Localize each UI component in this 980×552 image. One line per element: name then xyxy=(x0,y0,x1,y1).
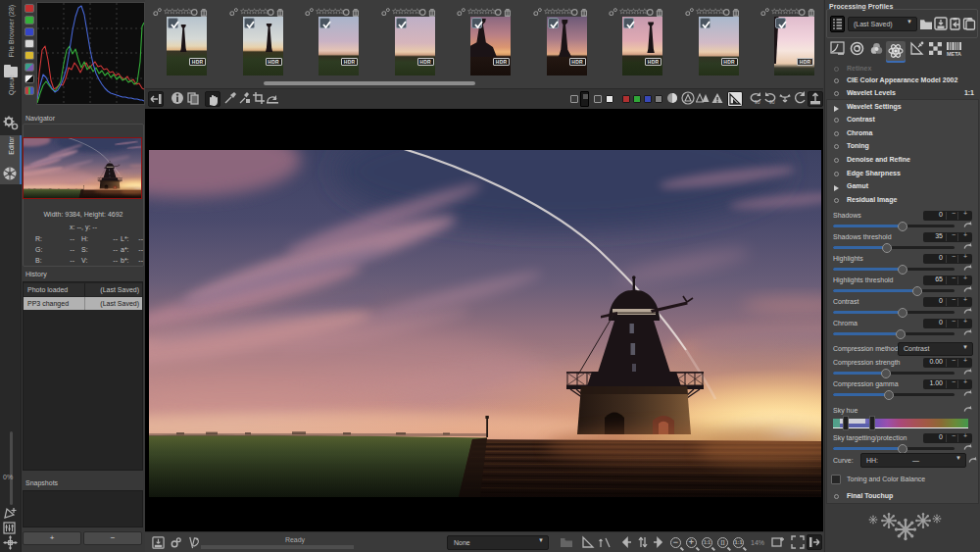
svg-text:META: META xyxy=(947,51,961,57)
svg-text:90: 90 xyxy=(769,99,775,105)
svg-text:90: 90 xyxy=(755,99,760,105)
